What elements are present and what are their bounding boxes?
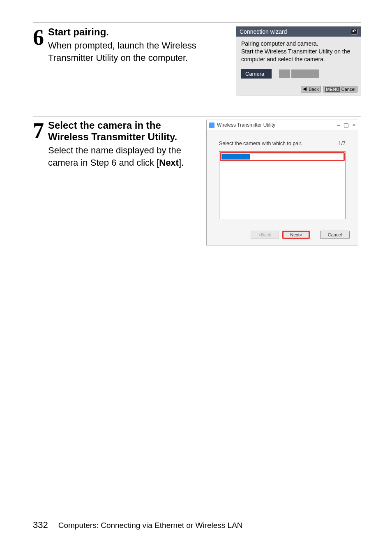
step-6-title: Start pairing. [48, 26, 228, 38]
dialog-cancel-button: Cancel [320, 231, 350, 239]
camera-screenshot: Connection wizard Pairing computer and c… [236, 26, 361, 95]
selected-camera-item [221, 154, 250, 160]
camera-header: Connection wizard [236, 27, 361, 37]
step-7: 7 Select the camera in the Wireless Tran… [33, 120, 361, 245]
page-number: 332 [33, 520, 48, 530]
minimize-icon: – [337, 122, 340, 128]
dialog-app-icon [209, 123, 214, 128]
camera-label: Camera [241, 69, 272, 79]
camera-header-title: Connection wizard [240, 28, 287, 35]
wtu-dialog: Wireless Transmitter Utility – ▢ × Selec… [206, 120, 358, 245]
step-7-text: Select the name displayed by the camera … [48, 144, 198, 169]
camera-back-button: ⯇ Back [301, 86, 321, 93]
undo-icon [351, 29, 357, 35]
camera-list [219, 151, 346, 219]
dialog-title: Wireless Transmitter Utility [217, 122, 275, 128]
camera-footer: ⯇ Back MENU Cancel [236, 84, 361, 95]
dialog-next-button: Next> [282, 231, 310, 239]
page-section-title: Computers: Connecting via Ethernet or Wi… [58, 521, 243, 530]
camera-menu-cancel-button: MENU Cancel [323, 86, 357, 93]
step-number-7: 7 [33, 120, 44, 169]
dialog-back-button: <Back [251, 231, 279, 239]
dialog-titlebar: Wireless Transmitter Utility – ▢ × [207, 120, 358, 130]
camera-body-line2: Start the Wireless Transmitter Utility o… [241, 48, 356, 63]
step-6-text: When prompted, launch the Wireless Trans… [48, 39, 228, 64]
camera-name-field [279, 69, 353, 78]
dialog-page: 1/7 [339, 141, 346, 146]
step-7-title: Select the camera in the Wireless Transm… [48, 120, 198, 143]
step-number-6: 6 [33, 26, 44, 49]
camera-body-line1: Pairing computer and camera. [241, 40, 356, 48]
dialog-prompt: Select the camera with which to pair. [219, 141, 302, 146]
step-6: 6 Start pairing. When prompted, launch t… [33, 26, 361, 95]
close-icon: × [352, 122, 355, 128]
page-footer: 332 Computers: Connecting via Ethernet o… [33, 520, 243, 530]
maximize-icon: ▢ [344, 122, 349, 128]
